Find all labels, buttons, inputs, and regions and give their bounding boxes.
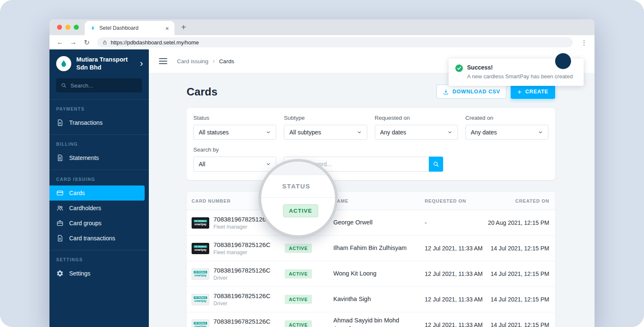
tab-title: Setel Dashboard	[99, 25, 161, 31]
column-requested-on: REQUESTED ON	[425, 198, 488, 203]
created-on-cell: 14 Jul 2021, 12:15 PM	[488, 322, 549, 327]
card-brand-line1: PETRONAS	[194, 245, 207, 248]
name-cell: Kavintha Sigh	[333, 295, 425, 304]
created-on-cell: 14 Jul 2021, 12:15 PM	[488, 296, 549, 303]
sidebar-item-card-transactions[interactable]: Card transactions	[49, 231, 149, 246]
sidebar-item-card-groups[interactable]: Card groups	[49, 216, 149, 231]
breadcrumb-card-issuing[interactable]: Card issuing	[177, 58, 208, 64]
search-button[interactable]	[429, 157, 443, 172]
status-cell: ACTIVE	[285, 269, 333, 278]
page-content: Cards DOWNLOAD CSV + CREATE	[149, 73, 595, 327]
chevron-down-icon	[266, 162, 271, 167]
sidebar-search-input[interactable]	[70, 82, 145, 89]
created-on-cell: 20 Aug 2021, 12:15 PM	[488, 219, 549, 226]
breadcrumb: Card issuing › Cards	[177, 57, 234, 65]
download-csv-button[interactable]: DOWNLOAD CSV	[436, 85, 506, 99]
card-brand-line1: PETRONAS	[194, 296, 207, 299]
requested-on-filter-label: Requested on	[375, 115, 458, 121]
back-button[interactable]: ←	[56, 39, 64, 46]
address-bar[interactable]: https://pdbdashboard.setel.my/home	[97, 37, 573, 47]
chevron-down-icon	[447, 130, 452, 135]
loupe-divider	[261, 197, 335, 198]
filter-row-2: Search by All	[193, 147, 548, 172]
created-on-select[interactable]: Any dates	[465, 125, 548, 140]
table-row[interactable]: PETRONAS smartpay 708381967825126C Drive…	[187, 287, 555, 312]
section-label-billing: BILLING	[49, 136, 149, 150]
browser-window: Setel Dashboard × + ← → ↻ https://pdbdas…	[49, 19, 595, 327]
zoom-window-button[interactable]	[74, 25, 79, 30]
subtype-filter: Subtype All subtypes	[284, 115, 367, 140]
status-select[interactable]: All statuses	[193, 125, 276, 140]
reload-button[interactable]: ↻	[83, 39, 91, 46]
gear-icon	[56, 270, 64, 277]
column-created-on: CREATED ON	[488, 198, 549, 203]
search-by-select-value: All	[199, 161, 205, 167]
card-icon	[56, 189, 64, 197]
chevron-down-icon	[538, 130, 543, 135]
sidebar-item-statements[interactable]: Statements	[49, 150, 149, 165]
table-row[interactable]: PETRONAS smartpay 708381967825126C Fleet…	[187, 210, 555, 236]
create-label: CREATE	[525, 89, 548, 95]
created-on-cell: 14 Jul 2021, 12:15 PM	[488, 270, 549, 277]
status-filter-label: Status	[193, 115, 276, 121]
company-switcher[interactable]: Mutiara Transport Sdn Bhd ›	[49, 49, 149, 77]
table-row[interactable]: PETRONAS smartpay 708381967825126C Fleet…	[187, 236, 555, 261]
card-number: 708381967825126C	[213, 216, 270, 223]
search-icon	[433, 161, 439, 167]
desktop-background: Setel Dashboard × + ← → ↻ https://pdbdas…	[0, 0, 644, 327]
people-icon	[56, 204, 64, 212]
magnifier-loupe: STATUS ACTIVE	[259, 159, 338, 238]
sidebar-item-cardholders[interactable]: Cardholders	[49, 201, 149, 216]
new-tab-button[interactable]: +	[181, 23, 186, 31]
table-row[interactable]: PETRONAS smartpay 708381967825126C Vehic…	[187, 312, 555, 327]
create-button[interactable]: + CREATE	[511, 85, 555, 99]
minimize-window-button[interactable]	[65, 25, 70, 30]
name-cell: George Orwell	[333, 219, 425, 227]
plus-icon: +	[517, 88, 522, 95]
card-brand-line2: smartpay	[195, 223, 207, 226]
statement-icon	[56, 154, 64, 162]
subtype-select-value: All subtypes	[289, 129, 321, 136]
card-thumbnail: PETRONAS smartpay	[192, 268, 209, 280]
traffic-lights	[49, 25, 85, 30]
card-subtype: Fleet manager	[213, 224, 270, 230]
card-brand-line1: PETRONAS	[194, 271, 207, 273]
name-cell: Wong Kit Loong	[333, 270, 425, 278]
status-cell: ACTIVE	[285, 244, 333, 253]
setel-logo-icon	[90, 25, 96, 31]
table-row[interactable]: PETRONAS smartpay 708381967825126C Drive…	[187, 261, 555, 287]
sidebar-item-label: Cards	[69, 190, 85, 196]
filter-row-1: Status All statuses Subtype All subtypes	[193, 115, 548, 140]
status-select-value: All statuses	[199, 129, 229, 136]
close-tab-icon[interactable]: ×	[164, 24, 170, 32]
user-avatar[interactable]	[555, 53, 571, 69]
card-number-cell: PETRONAS smartpay 708381967825126C Drive…	[192, 267, 285, 281]
forward-button[interactable]: →	[70, 39, 77, 46]
section-label-payments: PAYMENTS	[49, 101, 149, 115]
search-by-select[interactable]: All	[193, 157, 276, 172]
subtype-select[interactable]: All subtypes	[284, 125, 367, 140]
section-label-card-issuing: CARD ISSUING	[49, 172, 149, 185]
sidebar-item-transactions[interactable]: Transactions	[49, 115, 149, 130]
card-brand-line1: PETRONAS	[194, 322, 207, 324]
card-brand-line2: smartpay	[195, 299, 207, 302]
download-csv-label: DOWNLOAD CSV	[452, 89, 500, 95]
company-name-line2: Sdn Bhd	[76, 64, 135, 72]
section-payments: PAYMENTS Transactions	[49, 99, 149, 134]
sidebar-item-cards[interactable]: Cards	[49, 185, 145, 201]
chevron-down-icon	[266, 130, 271, 135]
browser-menu-button[interactable]: ⋮	[579, 39, 589, 46]
card-thumbnail: PETRONAS smartpay	[192, 217, 209, 229]
sidebar: Mutiara Transport Sdn Bhd › PAYMENTS	[49, 49, 149, 327]
requested-on-select[interactable]: Any dates	[375, 125, 458, 140]
page-actions: DOWNLOAD CSV + CREATE	[436, 85, 555, 99]
table-header-row: CARD NUMBER STATUS NAME REQUESTED ON CRE…	[187, 192, 555, 210]
briefcase-icon	[56, 219, 64, 227]
browser-tab[interactable]: Setel Dashboard ×	[85, 21, 174, 35]
close-window-button[interactable]	[57, 25, 62, 30]
menu-toggle-button[interactable]	[159, 58, 167, 64]
requested-on-cell: -	[425, 219, 488, 226]
section-settings: SETTINGS Settings	[49, 250, 149, 285]
card-brand-line2: smartpay	[195, 248, 207, 251]
sidebar-item-settings[interactable]: Settings	[49, 266, 149, 281]
